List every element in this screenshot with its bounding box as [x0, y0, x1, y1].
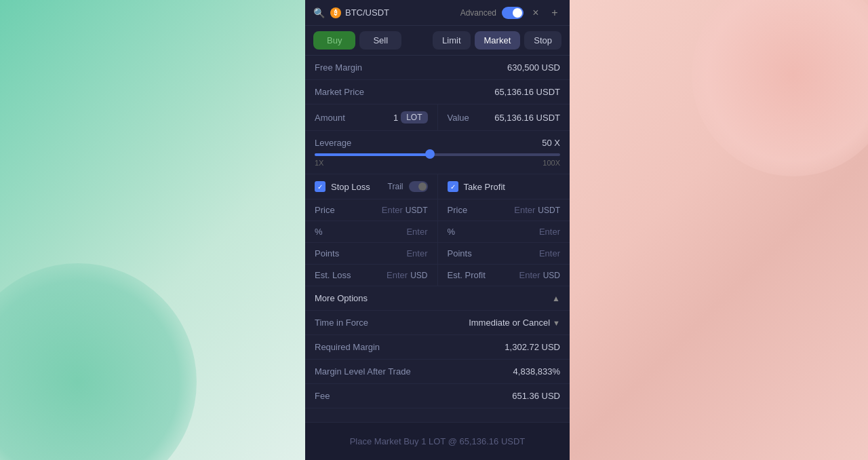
slider-max: 100X — [542, 159, 560, 167]
required-margin-row: Required Margin 1,302.72 USD — [305, 335, 570, 360]
blob-left — [0, 263, 197, 460]
fee-row: Fee 651.36 USD — [305, 384, 570, 408]
advanced-toggle[interactable] — [502, 7, 524, 19]
buy-tab[interactable]: Buy — [313, 31, 355, 50]
trail-label: Trail — [388, 182, 403, 191]
slider-labels: 1X 100X — [315, 159, 560, 167]
sl-est-cell: Est. Loss Enter USD — [305, 265, 438, 286]
percent-row: % Enter % Enter — [305, 221, 570, 243]
panel-footer: Place Market Buy 1 LOT @ 65,136.16 USDT — [305, 422, 570, 460]
tp-price-input[interactable]: Enter — [514, 205, 535, 215]
slider-thumb[interactable] — [425, 149, 435, 159]
trail-toggle[interactable] — [409, 181, 428, 192]
tp-points-cell: Points Enter — [438, 243, 570, 264]
order-type-tabs: Buy Sell Limit Market Stop — [305, 26, 570, 56]
amount-label: Amount — [315, 113, 393, 123]
market-price-value: 65,136.16 USDT — [494, 87, 560, 97]
sl-price-label: Price — [315, 205, 382, 215]
time-in-force-chevron: ▼ — [553, 319, 560, 327]
value-value: 65,136.16 USDT — [494, 113, 560, 123]
leverage-row: Leverage 50 X 1X 100X — [305, 131, 570, 174]
time-in-force-row: Time in Force Immediate or Cancel ▼ — [305, 311, 570, 335]
take-profit-checkbox[interactable]: ✓ — [448, 181, 458, 192]
sl-est-unit: USD — [410, 271, 427, 280]
more-options-chevron: ▲ — [552, 294, 560, 303]
advanced-label: Advanced — [460, 8, 496, 18]
tp-price-cell: Price Enter USDT — [438, 199, 570, 221]
sl-tp-header-row: ✓ Stop Loss Trail ✓ Take Profit — [305, 174, 570, 199]
market-price-label: Market Price — [315, 87, 494, 97]
tp-price-label: Price — [448, 205, 515, 215]
free-margin-value: 630,500 USD — [507, 62, 560, 73]
background-right — [563, 0, 868, 460]
take-profit-cell: ✓ Take Profit — [438, 174, 570, 199]
required-margin-label: Required Margin — [315, 342, 505, 352]
sl-price-unit: USDT — [406, 206, 428, 215]
add-button[interactable]: + — [548, 6, 561, 20]
price-row: Price Enter USDT Price Enter USDT — [305, 199, 570, 221]
panel-title: ₿ BTC/USDT — [330, 7, 389, 18]
sell-tab[interactable]: Sell — [359, 31, 401, 50]
background-left — [0, 0, 305, 460]
time-in-force-label: Time in Force — [315, 318, 469, 328]
sl-price-cell: Price Enter USDT — [305, 199, 438, 221]
tp-percent-label: % — [448, 227, 539, 237]
leverage-slider[interactable] — [315, 153, 560, 156]
amount-unit[interactable]: LOT — [401, 111, 427, 123]
blob-right — [692, 0, 868, 176]
stop-tab[interactable]: Stop — [524, 31, 561, 50]
sl-points-cell: Points Enter — [305, 243, 438, 264]
amount-value: 1 — [393, 113, 398, 123]
btc-icon: ₿ — [330, 7, 341, 18]
stop-loss-cell: ✓ Stop Loss Trail — [305, 174, 438, 199]
more-options-label: More Options — [315, 293, 552, 303]
sl-price-input[interactable]: Enter — [382, 205, 403, 215]
sl-est-label: Est. Loss — [315, 270, 387, 280]
slider-fill — [315, 153, 430, 156]
sl-percent-label: % — [315, 227, 406, 237]
limit-tab[interactable]: Limit — [433, 31, 470, 50]
tp-est-label: Est. Profit — [448, 270, 519, 280]
sl-points-label: Points — [315, 248, 406, 258]
est-row: Est. Loss Enter USD Est. Profit Enter US… — [305, 265, 570, 286]
stop-loss-label: Stop Loss — [331, 182, 382, 192]
points-row: Points Enter Points Enter — [305, 243, 570, 265]
tp-points-input[interactable]: Enter — [539, 248, 560, 258]
value-cell: Value 65,136.16 USDT — [438, 104, 570, 130]
sl-points-input[interactable]: Enter — [406, 248, 427, 258]
required-margin-value: 1,302.72 USD — [505, 342, 560, 352]
market-tab[interactable]: Market — [475, 31, 521, 50]
tp-est-cell: Est. Profit Enter USD — [438, 265, 570, 286]
fee-value: 651.36 USD — [512, 391, 560, 401]
leverage-label: Leverage — [315, 138, 542, 148]
more-options-header[interactable]: More Options ▲ — [305, 286, 570, 311]
sl-percent-cell: % Enter — [305, 221, 438, 242]
margin-level-label: Margin Level After Trade — [315, 366, 513, 377]
free-margin-label: Free Margin — [315, 62, 507, 73]
amount-cell: Amount 1 LOT — [305, 104, 438, 130]
sl-percent-input[interactable]: Enter — [406, 227, 427, 237]
market-price-row: Market Price 65,136.16 USDT — [305, 80, 570, 104]
fee-label: Fee — [315, 391, 512, 401]
slider-track — [315, 153, 560, 156]
value-label: Value — [448, 113, 495, 123]
sl-est-input[interactable]: Enter — [387, 270, 408, 280]
tp-points-label: Points — [448, 248, 539, 258]
close-button[interactable]: × — [529, 6, 542, 20]
tp-percent-input[interactable]: Enter — [539, 227, 560, 237]
search-icon: 🔍 — [313, 7, 325, 18]
stop-loss-checkbox[interactable]: ✓ — [315, 181, 326, 192]
tp-price-unit: USDT — [538, 206, 560, 215]
leverage-value: 50 X — [542, 138, 560, 148]
free-margin-row: Free Margin 630,500 USD — [305, 56, 570, 80]
place-order-button[interactable]: Place Market Buy 1 LOT @ 65,136.16 USDT — [315, 429, 560, 453]
tp-est-unit: USD — [543, 271, 560, 280]
tp-est-input[interactable]: Enter — [519, 270, 540, 280]
take-profit-label: Take Profit — [464, 182, 561, 192]
order-panel: 🔍 ₿ BTC/USDT Advanced × + Buy Sell Limit… — [305, 0, 570, 460]
tp-percent-cell: % Enter — [438, 221, 570, 242]
amount-value-row: Amount 1 LOT Value 65,136.16 USDT — [305, 104, 570, 131]
margin-level-row: Margin Level After Trade 4,838,833% — [305, 360, 570, 384]
panel-content: Free Margin 630,500 USD Market Price 65,… — [305, 56, 570, 422]
time-in-force-value[interactable]: Immediate or Cancel ▼ — [469, 318, 560, 328]
